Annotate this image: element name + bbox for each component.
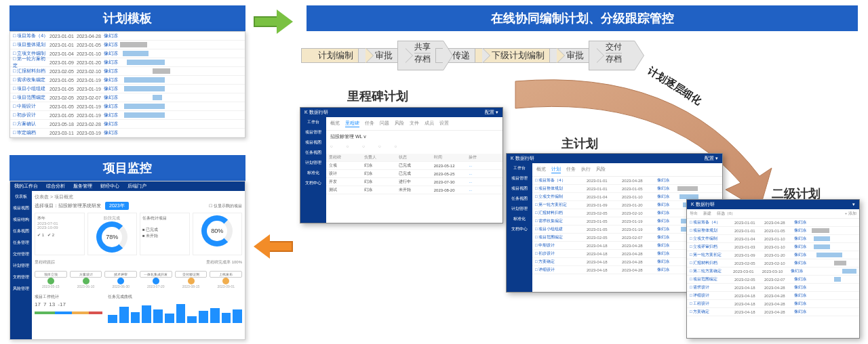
gantt-row: □ 项目整体规划2023-01-012023-01-05像幻冻 xyxy=(10,41,245,49)
gantt-row: □ 项目筹备（4）2023-01-012023-04-28像幻冻 xyxy=(687,219,859,227)
sidebar-item[interactable]: 文档中心 xyxy=(300,178,326,188)
sidebar-item[interactable]: 计划管理 xyxy=(300,158,326,168)
gantt-row: □ 初步设计2023-01-052023-01-19像幻冻 xyxy=(10,111,245,120)
tab[interactable]: 任务 xyxy=(365,120,374,127)
sidebar-item[interactable]: 任务视图 xyxy=(300,148,326,158)
milestone-node: 技术评审2023-06-30 xyxy=(104,271,137,288)
tab[interactable]: 成员 xyxy=(425,120,434,127)
table-row: 测试幻冻未开始2023-08-20··· xyxy=(326,186,502,194)
plan-template-title: 计划模板 xyxy=(9,5,245,31)
table-row: 设计幻冻已完成2023-05-25··· xyxy=(326,170,502,178)
sidebar-item[interactable]: 项目结构 xyxy=(10,214,32,225)
monitor-donut-1: 阶段完成 78% xyxy=(87,213,138,255)
gantt-row: □ 需求设计2023-04-182023-04-28像幻冻 xyxy=(687,284,859,292)
tab[interactable]: 里程碑 xyxy=(345,120,359,127)
gantt-row: □ 需求收集编定2023-01-052023-01-19像幻冻 xyxy=(10,76,245,85)
sidebar-item[interactable]: 任务管理 xyxy=(10,237,32,249)
screenshot-milestone: K 数据行研配置 ▾ 工作台项目管理项目视图任务视图计划管理标准化文档中心 概览… xyxy=(300,107,503,223)
tab[interactable]: 文件 xyxy=(410,120,419,127)
sidebar-item[interactable]: 文档管理 xyxy=(10,272,32,283)
gantt-row: □ 方案确认2023-05-182023-02-28像幻冻 xyxy=(10,120,245,129)
monitor-card: 本年 2023-07-01 2023-10-09 ✔ 1 ✔ 2 xyxy=(35,213,85,255)
gantt-row: □ 项目范围编定2023-02-052023-02-07像幻冻 xyxy=(687,276,859,284)
gantt-row: □ 中期设计2023-01-052023-01-19像幻冻 xyxy=(10,102,245,111)
monitor-title: 项目监控 xyxy=(9,155,245,181)
s2-label: 主计划 xyxy=(561,135,598,152)
gantt-row: □ 详细设计2023-04-182023-04-28像幻冻 xyxy=(687,292,859,300)
gantt-row: □ 汇报材料归档2023-02-052023-02-10像幻冻 xyxy=(10,67,245,76)
gantt-row: □ 工程设计2023-04-182023-04-28像幻冻 xyxy=(687,300,859,308)
topnav-item[interactable]: 我的工作台 xyxy=(14,183,38,190)
gantt-row: □ 方案确定2023-04-182023-04-28像幻冻 xyxy=(687,308,859,316)
gantt-row: □ 汇报材料归档2023-02-052023-02-10像幻冻 xyxy=(687,259,859,267)
process-step: 下级计划编制 xyxy=(483,41,557,70)
arrow-right-icon xyxy=(254,12,293,31)
table-row: 开发幻冻进行中2023-07-30··· xyxy=(326,178,502,186)
table-row: 立项幻冻已完成2023-05-12··· xyxy=(326,162,502,170)
milestone-node: 项目立项2023-05-15 xyxy=(35,271,67,288)
gantt-row: □ 第一轮方案初定2023-01-092023-01-20像幻冻 xyxy=(687,251,859,259)
project-monitor-panel: 项目监控 我的工作台综合分析服务管理财经中心后端门户 仪表板项目视图项目结构任务… xyxy=(9,155,245,340)
plan-template-panel: 计划模板 □ 项目筹备（4）2023-01-012023-04-28像幻冻□ 项… xyxy=(9,5,245,138)
curve-label: 计划逐层细化 xyxy=(646,65,704,108)
gantt-row: □ 立项文件编制2023-01-042023-01-10像幻冻 xyxy=(687,235,859,243)
process-flow: 计划编制审批共享存档传递下级计划编制审批交付存档 xyxy=(309,41,635,70)
milestone-node: 交付验证测2023-08-15 xyxy=(175,271,208,288)
milestone-node: 上线发布2023-09-01 xyxy=(210,271,242,288)
gantt-row: □ 审定编档2023-03-112023-03-19像幻冻 xyxy=(10,129,245,137)
gantt-row: □ 项目范围编定2023-02-052023-02-07像幻冻 xyxy=(10,93,245,102)
sidebar-item[interactable]: 项目视图 xyxy=(10,202,32,214)
sidebar-item[interactable]: 任务视图 xyxy=(10,225,32,237)
milestone-node: 一体化集成开发2023-07-20 xyxy=(140,271,172,288)
topnav-item[interactable]: 财经中心 xyxy=(100,183,119,190)
sidebar-item[interactable]: 标准化 xyxy=(300,168,326,178)
gantt-row: □ 项目筹备（4）2023-01-012023-04-28像幻冻 xyxy=(532,177,722,185)
sidebar-item[interactable]: 工作台 xyxy=(300,117,326,127)
right-title-bar: 在线协同编制计划、分级跟踪管控 xyxy=(307,5,858,31)
gantt-row: □ 项目整体规划2023-01-012023-01-05像幻冻 xyxy=(532,185,722,193)
sidebar-item[interactable]: 计划管理 xyxy=(10,260,32,272)
tab[interactable]: 风险 xyxy=(395,120,404,127)
gantt-row: □ 项目小组组建2023-01-052023-01-19像幻冻 xyxy=(10,85,245,93)
monitor-legend: 任务统计项目 ■ 已完成 ■ 未开始 xyxy=(140,213,190,255)
topnav-item[interactable]: 服务管理 xyxy=(73,183,92,190)
gantt-row: □ 第二轮方案确定2023-03-012023-03-10像幻冻 xyxy=(687,267,859,276)
gantt-row: □ 项目整体规划2023-01-012023-01-05像幻冻 xyxy=(687,227,859,235)
plan-template-gantt: □ 项目筹备（4）2023-01-012023-04-28像幻冻□ 项目整体规划… xyxy=(9,31,245,138)
s1-label: 里程碑计划 xyxy=(347,88,408,104)
gantt-row: □ 第一轮方案初定2023-01-092023-01-20像幻冻 xyxy=(10,58,245,67)
tab[interactable]: 概览 xyxy=(330,120,340,127)
monitor-donut-2: 80% xyxy=(193,213,243,255)
screenshot-sub-plan: K 数据行研▾ 导出新建筛选（0）+ 添加 □ 项目筹备（4）2023-01-0… xyxy=(686,199,860,339)
sidebar-item[interactable]: 交付管理 xyxy=(10,249,32,260)
topnav-item[interactable]: 综合分析 xyxy=(46,183,65,190)
tab[interactable]: 设置 xyxy=(439,120,449,127)
arrow-left-icon xyxy=(254,237,293,256)
gantt-row: □ 项目筹备（4）2023-01-012023-04-28像幻冻 xyxy=(10,32,245,41)
topnav-item[interactable]: 后端门户 xyxy=(127,183,146,190)
sidebar-item[interactable]: 风险管理 xyxy=(10,283,32,295)
sidebar-item[interactable]: 项目管理 xyxy=(300,127,326,137)
gantt-row: □ 立项评审归档2023-01-032023-01-10像幻冻 xyxy=(687,243,859,251)
milestone-node: 方案设计2023-06-10 xyxy=(70,271,102,288)
sidebar-item[interactable]: 项目视图 xyxy=(300,137,326,148)
sidebar-item[interactable]: 仪表板 xyxy=(10,191,32,202)
tab[interactable]: 问题 xyxy=(380,120,389,127)
